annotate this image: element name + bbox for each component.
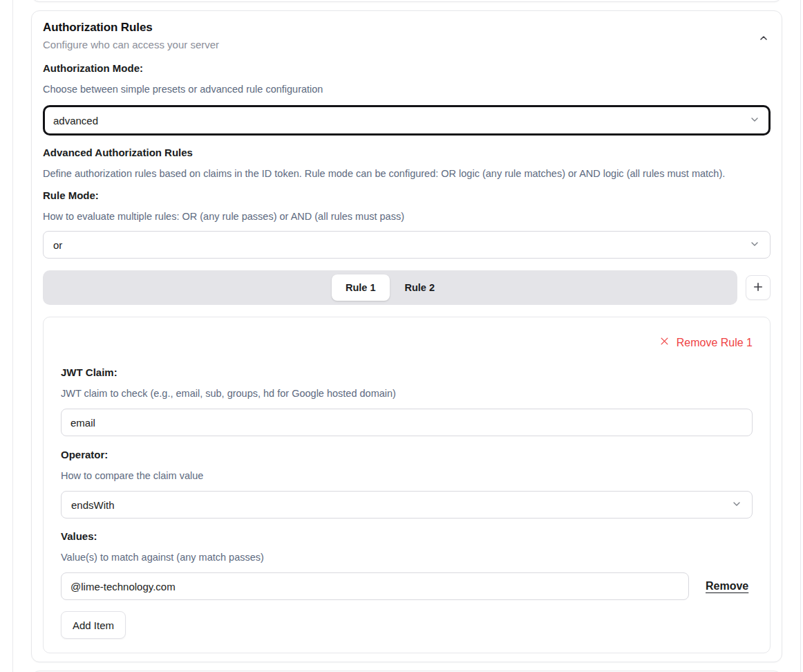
section-subtitle: Configure who can access your server (43, 37, 771, 53)
operator-label: Operator: (61, 447, 753, 463)
operator-description: How to compare the claim value (61, 468, 753, 483)
values-description: Value(s) to match against (any match pas… (61, 550, 753, 565)
jwt-claim-description: JWT claim to check (e.g., email, sub, gr… (61, 386, 753, 401)
operator-select-value: endsWith (71, 499, 115, 511)
rule-tabs-row: Rule 1 Rule 2 (43, 270, 771, 305)
remove-rule-label: Remove Rule 1 (677, 335, 753, 351)
values-label: Values: (61, 529, 753, 544)
authorization-mode-label: Authorization Mode: (43, 61, 771, 76)
remove-rule-button[interactable]: Remove Rule 1 (659, 335, 753, 351)
operator-select[interactable]: endsWith (61, 491, 753, 519)
chevron-up-icon (758, 32, 769, 46)
collapse-section-button[interactable] (755, 30, 772, 47)
settings-panel: Authorization Rules Configure who can ac… (12, 0, 801, 672)
value-input[interactable] (61, 572, 689, 600)
advanced-rules-description: Define authorization rules based on clai… (43, 166, 771, 181)
chevron-down-icon (731, 498, 742, 512)
jwt-claim-label: JWT Claim: (61, 365, 753, 380)
plus-icon (752, 281, 764, 295)
remove-rule-row: Remove Rule 1 (61, 335, 753, 351)
rule-mode-description: How to evaluate multiple rules: OR (any … (43, 209, 771, 224)
tab-rule-2[interactable]: Rule 2 (391, 274, 449, 301)
advanced-rules-title: Advanced Authorization Rules (43, 145, 771, 160)
section-title: Authorization Rules (43, 19, 771, 36)
x-icon (659, 335, 670, 351)
add-item-button[interactable]: Add Item (61, 611, 126, 639)
rule-mode-label: Rule Mode: (43, 188, 771, 203)
authorization-rules-card: Authorization Rules Configure who can ac… (31, 10, 782, 662)
authorization-mode-select[interactable]: advanced (43, 105, 771, 136)
rule-tabs-bar: Rule 1 Rule 2 (43, 270, 737, 305)
chevron-down-icon (749, 114, 760, 127)
previous-section-card (31, 0, 782, 2)
rule-mode-select-value: or (53, 239, 62, 251)
authorization-mode-description: Choose between simple presets or advance… (43, 82, 771, 97)
value-item-row: Remove (61, 572, 753, 600)
chevron-down-icon (749, 239, 760, 252)
jwt-claim-input[interactable] (61, 409, 753, 436)
tab-rule-1[interactable]: Rule 1 (332, 274, 390, 301)
add-rule-button[interactable] (746, 275, 771, 300)
authorization-mode-select-value: advanced (53, 115, 98, 127)
remove-value-link[interactable]: Remove (706, 580, 748, 592)
rule-editor-card: Remove Rule 1 JWT Claim: JWT claim to ch… (43, 317, 771, 653)
rule-mode-select[interactable]: or (43, 231, 771, 259)
